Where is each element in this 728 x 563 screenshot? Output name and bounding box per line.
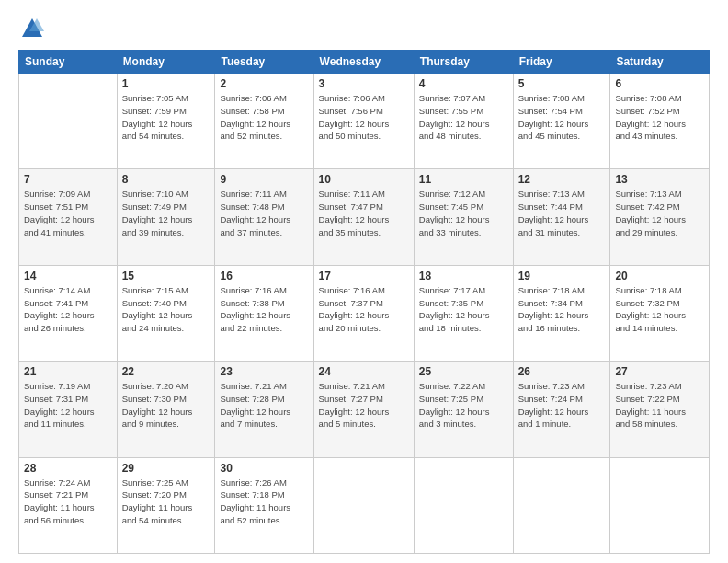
week-row-3: 21Sunrise: 7:19 AM Sunset: 7:31 PM Dayli…	[19, 362, 710, 457]
day-cell: 28Sunrise: 7:24 AM Sunset: 7:21 PM Dayli…	[19, 457, 118, 553]
day-cell: 18Sunrise: 7:17 AM Sunset: 7:35 PM Dayli…	[414, 265, 513, 361]
day-number: 5	[518, 77, 606, 90]
day-number: 15	[122, 270, 210, 282]
header	[18, 15, 710, 42]
day-cell: 17Sunrise: 7:16 AM Sunset: 7:37 PM Dayli…	[313, 265, 414, 361]
week-row-2: 14Sunrise: 7:14 AM Sunset: 7:41 PM Dayli…	[19, 265, 710, 361]
day-number: 30	[220, 462, 308, 475]
day-cell: 1Sunrise: 7:05 AM Sunset: 7:59 PM Daylig…	[117, 74, 215, 169]
day-info: Sunrise: 7:19 AM Sunset: 7:31 PM Dayligh…	[24, 380, 112, 431]
day-number: 26	[518, 365, 606, 378]
day-cell: 22Sunrise: 7:20 AM Sunset: 7:30 PM Dayli…	[117, 362, 215, 457]
day-number: 22	[122, 365, 210, 378]
day-info: Sunrise: 7:09 AM Sunset: 7:51 PM Dayligh…	[24, 188, 112, 238]
day-cell	[513, 457, 610, 553]
day-cell: 15Sunrise: 7:15 AM Sunset: 7:40 PM Dayli…	[117, 265, 215, 361]
header-cell-thursday: Thursday	[414, 51, 513, 74]
day-number: 4	[419, 77, 508, 90]
day-number: 19	[518, 270, 606, 282]
day-info: Sunrise: 7:07 AM Sunset: 7:55 PM Dayligh…	[419, 92, 508, 143]
day-cell: 7Sunrise: 7:09 AM Sunset: 7:51 PM Daylig…	[19, 169, 118, 265]
day-number: 8	[122, 173, 210, 186]
day-number: 14	[24, 270, 112, 282]
day-number: 20	[615, 270, 704, 282]
day-number: 16	[220, 270, 308, 282]
day-info: Sunrise: 7:13 AM Sunset: 7:44 PM Dayligh…	[518, 188, 606, 238]
day-number: 29	[122, 462, 210, 475]
day-number: 24	[319, 365, 409, 378]
day-number: 27	[615, 365, 704, 378]
day-cell: 6Sunrise: 7:08 AM Sunset: 7:52 PM Daylig…	[610, 74, 710, 169]
header-cell-friday: Friday	[513, 51, 610, 74]
day-cell: 20Sunrise: 7:18 AM Sunset: 7:32 PM Dayli…	[610, 265, 710, 361]
day-cell	[610, 457, 710, 553]
day-number: 1	[122, 77, 210, 90]
day-cell: 10Sunrise: 7:11 AM Sunset: 7:47 PM Dayli…	[313, 169, 414, 265]
day-cell: 24Sunrise: 7:21 AM Sunset: 7:27 PM Dayli…	[313, 362, 414, 457]
day-cell	[414, 457, 513, 553]
header-cell-wednesday: Wednesday	[313, 51, 414, 74]
day-number: 3	[319, 77, 409, 90]
header-cell-monday: Monday	[117, 51, 215, 74]
day-cell: 9Sunrise: 7:11 AM Sunset: 7:48 PM Daylig…	[215, 169, 313, 265]
week-row-1: 7Sunrise: 7:09 AM Sunset: 7:51 PM Daylig…	[19, 169, 710, 265]
day-info: Sunrise: 7:17 AM Sunset: 7:35 PM Dayligh…	[419, 284, 508, 335]
day-info: Sunrise: 7:05 AM Sunset: 7:59 PM Dayligh…	[122, 92, 210, 143]
day-info: Sunrise: 7:18 AM Sunset: 7:32 PM Dayligh…	[615, 284, 704, 335]
day-info: Sunrise: 7:20 AM Sunset: 7:30 PM Dayligh…	[122, 380, 210, 431]
calendar-table: SundayMondayTuesdayWednesdayThursdayFrid…	[18, 50, 710, 554]
day-number: 18	[419, 270, 508, 282]
day-number: 10	[319, 173, 409, 186]
day-cell: 25Sunrise: 7:22 AM Sunset: 7:25 PM Dayli…	[414, 362, 513, 457]
day-cell: 3Sunrise: 7:06 AM Sunset: 7:56 PM Daylig…	[313, 74, 414, 169]
day-info: Sunrise: 7:15 AM Sunset: 7:40 PM Dayligh…	[122, 284, 210, 335]
calendar-header: SundayMondayTuesdayWednesdayThursdayFrid…	[19, 51, 710, 74]
day-number: 6	[615, 77, 704, 90]
logo-icon	[18, 15, 46, 42]
day-info: Sunrise: 7:14 AM Sunset: 7:41 PM Dayligh…	[24, 284, 112, 335]
day-info: Sunrise: 7:06 AM Sunset: 7:56 PM Dayligh…	[319, 92, 409, 143]
day-info: Sunrise: 7:22 AM Sunset: 7:25 PM Dayligh…	[419, 380, 508, 431]
day-info: Sunrise: 7:13 AM Sunset: 7:42 PM Dayligh…	[615, 188, 704, 238]
day-number: 2	[220, 77, 308, 90]
day-info: Sunrise: 7:11 AM Sunset: 7:47 PM Dayligh…	[319, 188, 409, 238]
header-row: SundayMondayTuesdayWednesdayThursdayFrid…	[19, 51, 710, 74]
day-number: 11	[419, 173, 508, 186]
day-info: Sunrise: 7:26 AM Sunset: 7:18 PM Dayligh…	[220, 477, 308, 527]
day-number: 21	[24, 365, 112, 378]
day-info: Sunrise: 7:08 AM Sunset: 7:54 PM Dayligh…	[518, 92, 606, 143]
day-number: 25	[419, 365, 508, 378]
day-info: Sunrise: 7:21 AM Sunset: 7:28 PM Dayligh…	[220, 380, 308, 431]
day-cell: 2Sunrise: 7:06 AM Sunset: 7:58 PM Daylig…	[215, 74, 313, 169]
day-cell: 4Sunrise: 7:07 AM Sunset: 7:55 PM Daylig…	[414, 74, 513, 169]
header-cell-saturday: Saturday	[610, 51, 710, 74]
day-info: Sunrise: 7:23 AM Sunset: 7:22 PM Dayligh…	[615, 380, 704, 431]
day-cell: 16Sunrise: 7:16 AM Sunset: 7:38 PM Dayli…	[215, 265, 313, 361]
day-cell: 11Sunrise: 7:12 AM Sunset: 7:45 PM Dayli…	[414, 169, 513, 265]
week-row-4: 28Sunrise: 7:24 AM Sunset: 7:21 PM Dayli…	[19, 457, 710, 553]
day-cell: 21Sunrise: 7:19 AM Sunset: 7:31 PM Dayli…	[19, 362, 118, 457]
day-info: Sunrise: 7:21 AM Sunset: 7:27 PM Dayligh…	[319, 380, 409, 431]
page: SundayMondayTuesdayWednesdayThursdayFrid…	[0, 0, 728, 563]
day-number: 12	[518, 173, 606, 186]
day-number: 7	[24, 173, 112, 186]
day-info: Sunrise: 7:18 AM Sunset: 7:34 PM Dayligh…	[518, 284, 606, 335]
day-cell: 5Sunrise: 7:08 AM Sunset: 7:54 PM Daylig…	[513, 74, 610, 169]
day-info: Sunrise: 7:08 AM Sunset: 7:52 PM Dayligh…	[615, 92, 704, 143]
day-info: Sunrise: 7:25 AM Sunset: 7:20 PM Dayligh…	[122, 477, 210, 527]
day-cell: 12Sunrise: 7:13 AM Sunset: 7:44 PM Dayli…	[513, 169, 610, 265]
week-row-0: 1Sunrise: 7:05 AM Sunset: 7:59 PM Daylig…	[19, 74, 710, 169]
day-cell	[313, 457, 414, 553]
header-cell-tuesday: Tuesday	[215, 51, 313, 74]
day-cell: 8Sunrise: 7:10 AM Sunset: 7:49 PM Daylig…	[117, 169, 215, 265]
day-cell: 19Sunrise: 7:18 AM Sunset: 7:34 PM Dayli…	[513, 265, 610, 361]
day-info: Sunrise: 7:16 AM Sunset: 7:37 PM Dayligh…	[319, 284, 409, 335]
logo	[18, 15, 50, 42]
day-info: Sunrise: 7:12 AM Sunset: 7:45 PM Dayligh…	[419, 188, 508, 238]
day-info: Sunrise: 7:11 AM Sunset: 7:48 PM Dayligh…	[220, 188, 308, 238]
day-cell: 29Sunrise: 7:25 AM Sunset: 7:20 PM Dayli…	[117, 457, 215, 553]
day-number: 13	[615, 173, 704, 186]
day-number: 17	[319, 270, 409, 282]
day-info: Sunrise: 7:06 AM Sunset: 7:58 PM Dayligh…	[220, 92, 308, 143]
day-number: 28	[24, 462, 112, 475]
